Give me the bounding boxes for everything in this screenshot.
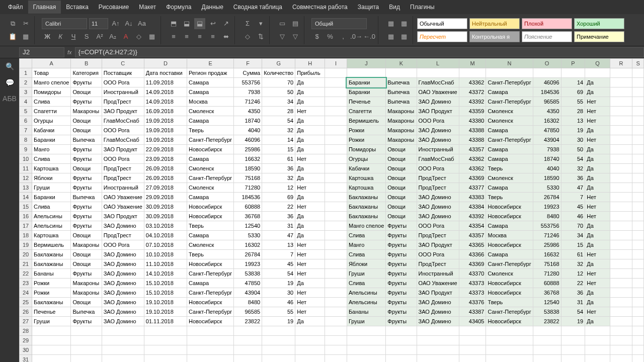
paste-icon[interactable]: 📋 [7,31,18,42]
cell-L31[interactable] [417,355,459,363]
subscript-icon[interactable]: A₂ [107,31,118,42]
cell-L2[interactable]: ГлавМосСнаб [417,78,459,87]
italic-icon[interactable]: К [55,31,66,42]
cell-J3[interactable]: Баранки [347,87,385,97]
cell-H5[interactable]: Нет [295,107,325,116]
cell-C26[interactable]: ЗАО Домино [102,307,144,317]
cell-L21[interactable]: ПродТрест [417,259,459,269]
cell-E14[interactable]: Самара [187,193,234,202]
cut-icon[interactable]: ✂ [20,18,31,29]
cell-A14[interactable]: Баранки [32,193,71,202]
cell-C17[interactable]: ЗАО Домино [102,221,144,231]
cell-S29[interactable] [632,336,644,345]
cell-M31[interactable] [459,355,486,363]
cell-P20[interactable]: 61 [561,250,585,259]
cell-M18[interactable]: 43357 [459,231,486,240]
cell-F6[interactable]: 18740 [234,116,262,126]
cell-N14[interactable]: Тверь [486,193,533,202]
row-header-9[interactable]: 9 [20,145,32,154]
cell-E3[interactable]: Самара [187,87,234,97]
cell-S5[interactable] [632,107,644,116]
cell-P3[interactable]: 69 [561,87,585,97]
cell-R18[interactable] [610,231,632,240]
cell-R25[interactable] [610,298,632,307]
cell-D29[interactable] [144,336,187,345]
cell-O3[interactable]: 184536 [533,87,561,97]
cell-E13[interactable]: Смоленск [187,183,234,193]
row-header-14[interactable]: 14 [20,193,32,202]
cell-Q28[interactable] [585,326,610,336]
row-header-12[interactable]: 12 [20,173,32,183]
cell-E11[interactable]: Смоленск [187,164,234,173]
named-range-icon[interactable]: ▭ [277,18,288,29]
menu-Рисование[interactable]: Рисование [94,1,134,14]
cell-E22[interactable]: Санкт-Петербург [187,269,234,279]
cell-N10[interactable]: Самара [486,154,533,164]
cell-O15[interactable]: 19923 [533,202,561,212]
cell-G30[interactable] [262,345,295,355]
align-top-icon[interactable]: ⬒ [168,18,179,29]
cell-F2[interactable]: 553756 [234,78,262,87]
select-all-corner[interactable] [20,59,32,68]
cell-B29[interactable] [71,336,102,345]
cell-C14[interactable]: ОАО Уважение [102,193,144,202]
cell-S16[interactable] [632,212,644,221]
col-header-H[interactable]: H [295,59,325,68]
align-bottom-icon[interactable]: ⬓ [194,18,205,29]
cell-L19[interactable]: ЗАО Продукт [417,240,459,250]
cell-K30[interactable] [386,345,417,355]
cell-C8[interactable]: ГлавМосСнаб [102,135,144,145]
row-header-7[interactable]: 7 [20,126,32,135]
cell-G22[interactable]: 54 [262,269,295,279]
row-header-23[interactable]: 23 [20,279,32,288]
number-format-select[interactable] [311,18,367,29]
clear-icon[interactable]: ◇ [242,31,253,42]
cell-Q19[interactable]: Да [585,240,610,250]
cell-B23[interactable]: Макароны [71,279,102,288]
cell-S13[interactable] [632,183,644,193]
cell-O23[interactable]: 60888 [533,279,561,288]
cell-J20[interactable]: Слива [347,250,385,259]
font-select[interactable] [42,18,87,29]
cell-I22[interactable] [325,269,347,279]
cell-M7[interactable]: 43388 [459,126,486,135]
cell-I12[interactable] [325,173,347,183]
cell-H6[interactable]: Да [295,116,325,126]
row-header-28[interactable]: 28 [20,326,32,336]
cell-P18[interactable]: 34 [561,231,585,240]
row-header-17[interactable]: 17 [20,221,32,231]
cell-D2[interactable]: 11.09.2018 [144,78,187,87]
cell-F20[interactable]: 26784 [234,250,262,259]
col-header-P[interactable]: P [561,59,585,68]
cell-N13[interactable]: Самара [486,183,533,193]
cell-I3[interactable] [325,87,347,97]
cell-J1[interactable] [347,68,385,78]
cell-J28[interactable] [347,326,385,336]
cell-I16[interactable] [325,212,347,221]
cell-E26[interactable]: Санкт-Петербург [187,307,234,317]
font-color-icon[interactable]: A [120,31,131,42]
cell-K3[interactable]: Выпечка [386,87,417,97]
cell-O31[interactable] [533,355,561,363]
cell-G11[interactable]: 36 [262,164,295,173]
cell-D25[interactable]: 19.10.2018 [144,298,187,307]
cell-O27[interactable]: 23822 [533,317,561,326]
cell-A30[interactable] [32,345,71,355]
cell-B13[interactable]: Фрукты [71,183,102,193]
cell-Q22[interactable]: Нет [585,269,610,279]
row-header-26[interactable]: 26 [20,307,32,317]
cell-R3[interactable] [610,87,632,97]
cell-P4[interactable]: 55 [561,97,585,107]
spellcheck-icon[interactable]: АБВ [3,95,17,103]
dec-inc-icon[interactable]: .0→ [351,31,362,42]
cell-B4[interactable]: Фрукты [71,97,102,107]
cell-D4[interactable]: 14.09.2018 [144,97,187,107]
cell-G7[interactable]: 32 [262,126,295,135]
cell-I21[interactable] [325,259,347,269]
cell-K25[interactable]: Фрукты [386,298,417,307]
cell-N18[interactable]: Москва [486,231,533,240]
cell-M17[interactable]: 43354 [459,221,486,231]
justify-icon[interactable]: ≡ [207,31,218,42]
cell-N1[interactable] [486,68,533,78]
cell-E18[interactable]: Самара [187,231,234,240]
